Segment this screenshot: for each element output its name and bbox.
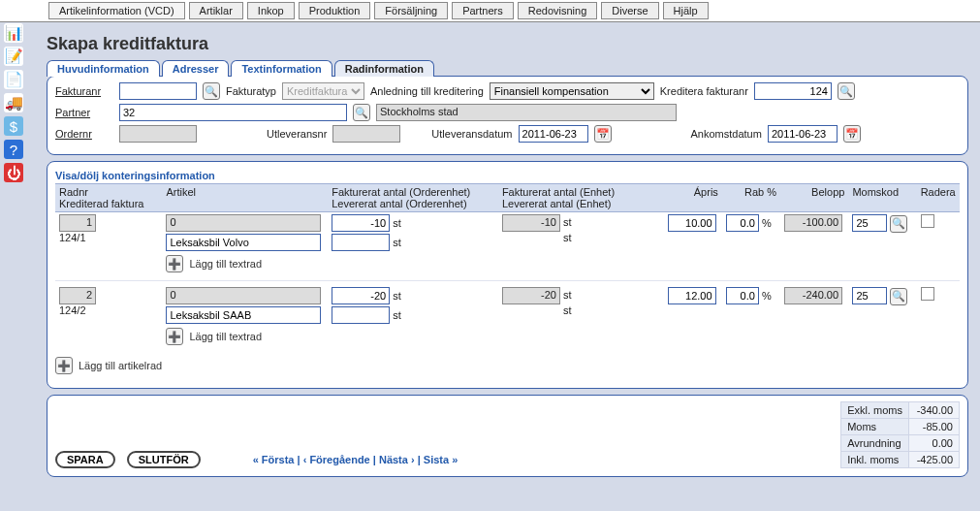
add-artikelrad-button[interactable]: ➕ Lägg till artikelrad — [55, 357, 960, 374]
col-radnr: Radnr — [59, 186, 88, 198]
topnav-tab-2[interactable]: Inkop — [247, 2, 295, 19]
artikel-name-input[interactable] — [166, 234, 321, 251]
note-icon[interactable]: 📝 — [4, 47, 23, 66]
topnav-tab-0[interactable]: Artikelinformation (VCD) — [48, 2, 185, 19]
add-textrad-button[interactable]: ➕Lägg till textrad — [166, 328, 324, 345]
nav-last[interactable]: Sista » — [424, 454, 458, 465]
nav-first[interactable]: « Första — [253, 454, 295, 465]
krediterad-display: 124/1 — [59, 232, 158, 243]
toggle-kontering[interactable]: Visa/dölj konteringsinformation — [55, 168, 960, 183]
fakturanr-lookup-button[interactable]: 🔍 — [203, 82, 220, 100]
kreditera-lookup-button[interactable]: 🔍 — [838, 82, 855, 100]
ankomstdatum-input[interactable] — [768, 125, 838, 143]
partner-label: Partner — [55, 107, 113, 118]
rab-input[interactable] — [726, 214, 759, 232]
slutfor-button[interactable]: SLUTFÖR — [127, 451, 201, 468]
apris-input[interactable] — [668, 214, 716, 232]
col-krediterad: Krediterad faktura — [59, 198, 158, 209]
totals-table: Exkl. moms-340.00 Moms-85.00 Avrundning0… — [840, 401, 960, 468]
partner-input[interactable] — [119, 104, 347, 121]
help-icon[interactable]: ? — [4, 140, 23, 159]
total-exkl-label: Exkl. moms — [841, 402, 909, 419]
rab-input[interactable] — [726, 287, 759, 304]
anledning-select[interactable]: Finansiell kompensation — [490, 82, 654, 100]
unit-label: st — [393, 309, 401, 321]
lines-table: RadnrKrediterad faktura Artikel Fakturer… — [55, 183, 960, 353]
ankomstdatum-calendar-button[interactable]: 📅 — [843, 125, 861, 143]
radnr-display: 1 — [59, 214, 96, 232]
momskod-lookup-button[interactable]: 🔍 — [890, 215, 907, 233]
fakt-order-input[interactable] — [332, 287, 390, 304]
fakturanr-label: Fakturanr — [55, 85, 113, 97]
momskod-input[interactable] — [852, 214, 887, 232]
artikel-name-input[interactable] — [166, 306, 321, 324]
kreditera-input[interactable] — [754, 82, 832, 100]
topnav-tab-8[interactable]: Hjälp — [663, 2, 709, 19]
chart-icon[interactable]: 📊 — [4, 23, 23, 43]
momskod-lookup-button[interactable]: 🔍 — [890, 288, 907, 305]
page-tab-textinformation[interactable]: Textinformation — [231, 60, 332, 77]
ankomstdatum-label: Ankomstdatum — [691, 128, 762, 140]
total-inkl: -425.00 — [909, 452, 960, 468]
apris-input[interactable] — [668, 287, 716, 304]
fakturanr-input[interactable] — [119, 82, 197, 100]
add-row-icon: ➕ — [55, 357, 73, 374]
doc-icon[interactable]: 📄 — [4, 70, 23, 89]
lev-order-input[interactable] — [332, 306, 390, 324]
page-tab-adresser[interactable]: Adresser — [162, 60, 230, 77]
total-avr: 0.00 — [909, 435, 960, 452]
header-panel: Fakturanr 🔍 Fakturatyp Kreditfaktura Anl… — [47, 76, 968, 155]
page-tab-radinformation[interactable]: Radinformation — [334, 60, 434, 77]
total-avr-label: Avrundning — [841, 435, 909, 452]
partner-name-display: Stockholms stad — [376, 104, 677, 121]
fakt-order-input[interactable] — [332, 214, 390, 232]
add-textrad-button[interactable]: ➕Lägg till textrad — [166, 255, 324, 272]
utleveransnr-label: Utleveransnr — [267, 128, 327, 140]
kreditera-label: Kreditera fakturanr — [660, 85, 748, 97]
power-icon[interactable]: ⏻ — [4, 163, 23, 182]
utleveransdatum-input[interactable] — [519, 125, 588, 143]
topnav-tab-1[interactable]: Artiklar — [189, 2, 243, 19]
ordernr-label: Ordernr — [55, 128, 113, 140]
topnav-tab-4[interactable]: Försäljning — [374, 2, 448, 19]
page-tab-huvudinformation[interactable]: Huvudinformation — [47, 60, 160, 77]
spara-button[interactable]: SPARA — [55, 451, 115, 468]
fakturatyp-select: Kreditfaktura — [282, 82, 364, 100]
artikel-code-display: 0 — [166, 214, 321, 232]
unit-label: st — [393, 237, 401, 248]
radnr-display: 2 — [59, 287, 96, 304]
unit-label: st — [563, 216, 572, 228]
topnav-tab-6[interactable]: Redovisning — [518, 2, 598, 19]
unit-label: st — [393, 290, 401, 302]
unit-label: st — [393, 217, 401, 229]
lines-panel: Visa/dölj konteringsinformation RadnrKre… — [47, 161, 968, 389]
col-apris: Ápris — [664, 184, 722, 212]
partner-lookup-button[interactable]: 🔍 — [353, 104, 370, 121]
total-exkl: -340.00 — [909, 402, 960, 419]
top-nav: Artikelinformation (VCD)ArtiklarInkopPro… — [0, 0, 980, 22]
fakturatyp-label: Fakturatyp — [226, 85, 276, 97]
artikel-code-display: 0 — [166, 287, 321, 304]
unit-label: st — [563, 232, 572, 243]
line-row: 1124/10➕Lägg till textrad st st-10 st st… — [55, 212, 960, 281]
col-lev-enhet: Levererat antal (Enhet) — [502, 198, 660, 209]
radera-checkbox[interactable] — [921, 287, 934, 301]
truck-icon[interactable]: 🚚 — [4, 93, 23, 112]
momskod-input[interactable] — [852, 287, 887, 304]
total-inkl-label: Inkl. moms — [841, 452, 909, 468]
lev-order-input[interactable] — [332, 234, 390, 251]
utleveransdatum-calendar-button[interactable]: 📅 — [594, 125, 612, 143]
nav-next[interactable]: Nästa › — [379, 454, 415, 465]
nav-prev[interactable]: ‹ Föregående — [303, 454, 370, 465]
topnav-tab-7[interactable]: Diverse — [601, 2, 658, 19]
col-momskod: Momskod — [848, 184, 916, 212]
radera-checkbox[interactable] — [921, 214, 934, 228]
add-textrow-icon: ➕ — [166, 255, 183, 272]
belopp-display: -100.00 — [784, 214, 842, 232]
money-icon[interactable]: $ — [4, 116, 23, 136]
topnav-tab-5[interactable]: Partners — [452, 2, 514, 19]
krediterad-display: 124/2 — [59, 304, 158, 316]
col-fakt-enhet: Fakturerat antal (Enhet) — [502, 186, 615, 198]
topnav-tab-3[interactable]: Produktion — [299, 2, 371, 19]
col-lev-order: Levererat antal (Orderenhet) — [332, 198, 494, 209]
